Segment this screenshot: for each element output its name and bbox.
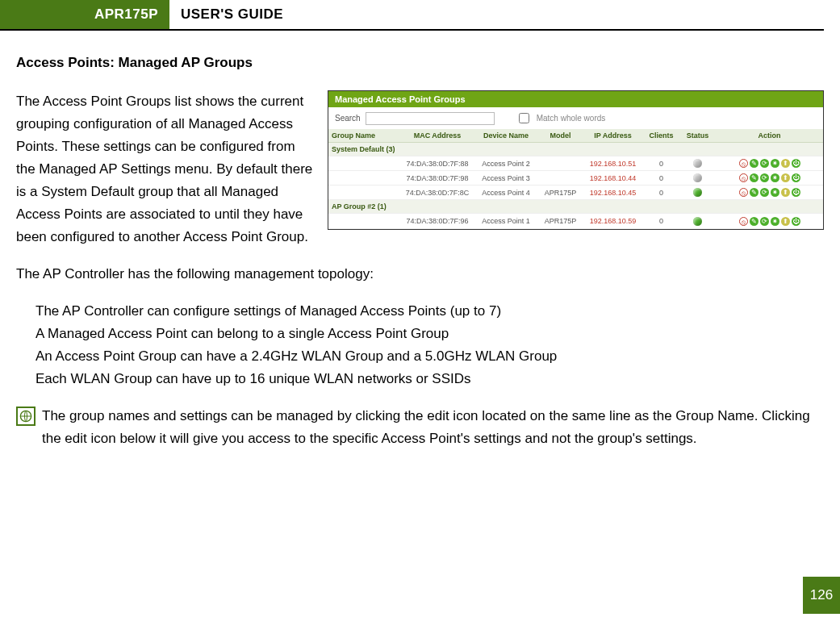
col-group-name[interactable]: Group Name xyxy=(328,129,401,143)
list-item: Each WLAN Group can have up to 16 unique… xyxy=(36,368,824,390)
table-row: 74:DA:38:0D:7F:96Access Point 1APR175P19… xyxy=(328,214,823,228)
refresh-icon[interactable]: ⟳ xyxy=(760,217,769,226)
cell-model xyxy=(538,171,583,186)
upgrade-icon[interactable]: ⬆ xyxy=(781,173,790,182)
topology-list: The AP Controller can configure settings… xyxy=(16,300,824,390)
ap-groups-table: Group Name MAC Address Device Name Model… xyxy=(328,129,823,229)
cell-ip: 192.168.10.51 xyxy=(583,156,643,171)
col-action[interactable]: Action xyxy=(716,129,823,143)
cell-device: Access Point 1 xyxy=(474,214,538,228)
figure-panel-title: Managed Access Point Groups xyxy=(328,91,823,107)
status-dot-icon xyxy=(693,173,702,182)
topology-intro: The AP Controller has the following mana… xyxy=(16,263,824,286)
cell-model: APR175P xyxy=(538,214,583,228)
cell-status xyxy=(679,156,716,171)
note-text: The group names and settings can be mana… xyxy=(42,405,824,450)
cell-group xyxy=(328,214,401,228)
document-title: USER'S GUIDE xyxy=(169,0,283,29)
delete-icon[interactable]: ⦸ xyxy=(739,173,748,182)
cell-mac: 74:DA:38:0D:7F:98 xyxy=(401,171,474,186)
list-item: A Managed Access Point can belong to a s… xyxy=(36,323,824,345)
power-icon[interactable]: ⏻ xyxy=(792,173,800,182)
cell-group xyxy=(328,171,401,186)
upgrade-icon[interactable]: ⬆ xyxy=(781,217,790,226)
refresh-icon[interactable]: ⟳ xyxy=(760,173,769,182)
delete-icon[interactable]: ⦸ xyxy=(739,217,748,226)
col-clients[interactable]: Clients xyxy=(643,129,679,143)
cell-clients: 0 xyxy=(643,214,679,228)
product-model: APR175P xyxy=(0,0,169,29)
cell-group xyxy=(328,156,401,171)
search-label: Search xyxy=(335,114,361,123)
status-dot-icon xyxy=(693,217,702,226)
upgrade-icon[interactable]: ⬆ xyxy=(781,159,790,168)
cell-ip: 192.168.10.45 xyxy=(583,186,643,200)
cell-group xyxy=(328,186,401,200)
section-title: Access Points: Managed AP Groups xyxy=(16,55,824,71)
blink-icon[interactable]: ✷ xyxy=(771,159,779,168)
power-icon[interactable]: ⏻ xyxy=(792,188,800,197)
col-ip[interactable]: IP Address xyxy=(583,129,643,143)
edit-icon[interactable]: ✎ xyxy=(750,173,759,182)
power-icon[interactable]: ⏻ xyxy=(792,159,800,168)
cell-actions: ⦸✎⟳✷⬆⏻ xyxy=(716,214,823,228)
blink-icon[interactable]: ✷ xyxy=(771,188,779,197)
status-dot-icon xyxy=(693,188,702,197)
cell-status xyxy=(679,214,716,228)
upgrade-icon[interactable]: ⬆ xyxy=(781,188,790,197)
cell-device: Access Point 3 xyxy=(474,171,538,186)
list-item: The AP Controller can configure settings… xyxy=(36,300,824,323)
table-row: 74:DA:38:0D:7F:88Access Point 2192.168.1… xyxy=(328,156,823,171)
refresh-icon[interactable]: ⟳ xyxy=(760,188,769,197)
cell-ip: 192.168.10.44 xyxy=(583,171,643,186)
blink-icon[interactable]: ✷ xyxy=(771,173,779,182)
col-model[interactable]: Model xyxy=(538,129,583,143)
cell-actions: ⦸✎⟳✷⬆⏻ xyxy=(716,186,823,200)
match-whole-words-checkbox[interactable] xyxy=(519,113,529,123)
edit-icon[interactable]: ✎ xyxy=(750,188,759,197)
power-icon[interactable]: ⏻ xyxy=(792,217,800,226)
group-row[interactable]: AP Group #2 (1) xyxy=(328,200,823,214)
cell-clients: 0 xyxy=(643,171,679,186)
group-row[interactable]: System Default (3) xyxy=(328,143,823,156)
match-whole-words-label: Match whole words xyxy=(537,114,606,123)
search-input[interactable] xyxy=(366,112,495,125)
delete-icon[interactable]: ⦸ xyxy=(739,188,748,197)
cell-actions: ⦸✎⟳✷⬆⏻ xyxy=(716,156,823,171)
cell-model: APR175P xyxy=(538,186,583,200)
refresh-icon[interactable]: ⟳ xyxy=(760,159,769,168)
list-item: An Access Point Group can have a 2.4GHz … xyxy=(36,345,824,368)
cell-device: Access Point 2 xyxy=(474,156,538,171)
col-status[interactable]: Status xyxy=(679,129,716,143)
cell-mac: 74:DA:38:0D:7F:88 xyxy=(401,156,474,171)
blink-icon[interactable]: ✷ xyxy=(771,217,779,226)
cell-clients: 0 xyxy=(643,156,679,171)
col-device[interactable]: Device Name xyxy=(474,129,538,143)
page-number: 126 xyxy=(803,577,840,614)
document-header: APR175P USER'S GUIDE xyxy=(0,0,824,31)
cell-model xyxy=(538,156,583,171)
cell-status xyxy=(679,186,716,200)
cell-ip: 192.168.10.59 xyxy=(583,214,643,228)
cell-clients: 0 xyxy=(643,186,679,200)
cell-device: Access Point 4 xyxy=(474,186,538,200)
managed-ap-groups-figure: Managed Access Point Groups Search Match… xyxy=(328,90,824,230)
table-row: 74:DA:38:0D:7F:8CAccess Point 4APR175P19… xyxy=(328,186,823,200)
edit-icon[interactable]: ✎ xyxy=(750,159,759,168)
status-dot-icon xyxy=(693,159,702,168)
delete-icon[interactable]: ⦸ xyxy=(739,159,748,168)
cell-mac: 74:DA:38:0D:7F:8C xyxy=(401,186,474,200)
cell-status xyxy=(679,171,716,186)
edit-icon[interactable]: ✎ xyxy=(750,217,759,226)
globe-icon xyxy=(19,410,32,423)
cell-mac: 74:DA:38:0D:7F:96 xyxy=(401,214,474,228)
col-mac[interactable]: MAC Address xyxy=(401,129,474,143)
note-icon xyxy=(16,407,36,426)
table-row: 74:DA:38:0D:7F:98Access Point 3192.168.1… xyxy=(328,171,823,186)
cell-actions: ⦸✎⟳✷⬆⏻ xyxy=(716,171,823,186)
